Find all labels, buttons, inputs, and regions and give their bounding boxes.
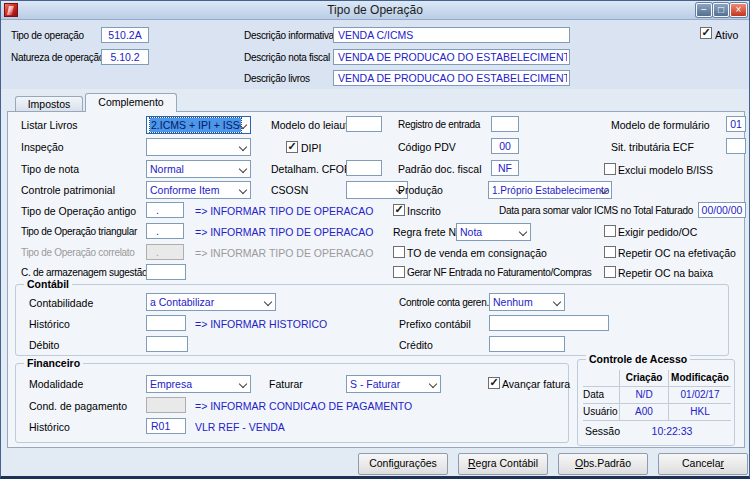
tab-complemento[interactable]: Complemento — [85, 93, 177, 112]
descricao-informativa-input[interactable] — [333, 27, 570, 43]
repetir-oc-baixa-checkbox[interactable] — [604, 266, 616, 278]
faturar-combo[interactable]: S - Faturar — [346, 375, 441, 393]
padrao-doc-fiscal-input[interactable] — [491, 160, 519, 176]
inspecao-label: Inspeção — [21, 141, 64, 153]
sit-tributaria-ecf-input[interactable] — [726, 138, 746, 154]
close-button[interactable]: × — [730, 3, 747, 17]
cond-pagamento-input — [146, 397, 186, 413]
obs-padrao-button[interactable]: Obs.Padrão — [558, 453, 648, 475]
gerar-nf-entrada-checkbox[interactable] — [393, 266, 405, 278]
cond-pagamento-hint: => INFORMAR CONDICAO DE PAGAMENTO — [195, 400, 412, 412]
dipi-checkbox[interactable] — [286, 141, 298, 153]
tipo-operacao-triangular-input[interactable] — [146, 223, 184, 239]
configuracoes-button[interactable]: Configurações — [358, 453, 448, 475]
contabil-group: Contábil — [15, 284, 729, 356]
data-label: Data — [583, 387, 619, 403]
tipo-operacao-input[interactable] — [101, 27, 149, 43]
modalidade-combo[interactable]: Empresa — [146, 375, 251, 393]
tipo-operacao-antigo-hint: => INFORMAR TIPO DE OPERACAO — [195, 205, 373, 217]
modelo-leiaute-input[interactable] — [346, 116, 382, 132]
contabilidade-combo[interactable]: a Contabilizar — [146, 293, 276, 311]
header-blank-cell — [583, 370, 619, 386]
debito-input[interactable] — [146, 336, 188, 352]
tipo-operacao-correlato-label: Tipo de Operação correlato — [21, 247, 135, 258]
gerar-nf-entrada-label: Gerar NF Entrada no Faturamento/Compras — [407, 267, 592, 278]
financeiro-historico-input[interactable] — [146, 418, 186, 434]
tipo-operacao-antigo-input[interactable] — [146, 202, 184, 218]
avancar-fatura-checkbox[interactable] — [488, 377, 500, 389]
natureza-operacao-input[interactable] — [101, 49, 149, 65]
chevron-down-icon — [264, 298, 272, 306]
maximize-button[interactable]: □ — [713, 3, 729, 17]
tipo-operacao-triangular-label: Tipo de Operação triangular — [21, 226, 137, 237]
header-criacao: Criação — [619, 370, 668, 386]
descricao-informativa-label: Descrição informativa — [244, 30, 334, 41]
cancelar-button[interactable]: Cancelar — [658, 453, 748, 475]
tipo-nota-combo[interactable]: Normal — [146, 160, 251, 178]
inscrito-label: Inscrito — [407, 205, 441, 217]
data-somar-icms-label: Data para somar valor ICMS no Total Fatu… — [499, 205, 693, 216]
descricao-nota-fiscal-input[interactable] — [333, 49, 570, 65]
controle-patrimonial-value: Conforme Item — [150, 184, 219, 196]
controle-acesso-table: Criação Modificação Data N/D 01/02/17 Us… — [583, 370, 731, 421]
listar-livros-combo[interactable]: 2.ICMS + IPI + ISS — [146, 116, 251, 134]
listar-livros-value: 2.ICMS + IPI + ISS — [150, 118, 241, 132]
tipo-de-operacao-dialog: Tipo de Operação − □ × Tipo de operação … — [0, 0, 750, 479]
dipi-label: DIPI — [301, 142, 321, 154]
usuario-criacao-value: A00 — [619, 404, 668, 420]
to-venda-consignacao-checkbox[interactable] — [393, 246, 405, 258]
exigir-pedido-oc-label: Exigir pedido/OC — [618, 226, 697, 238]
prefixo-contabil-input[interactable] — [489, 315, 609, 331]
modelo-leiaute-label: Modelo do leiaute — [271, 119, 354, 131]
c-armazenagem-label: C. de armazenagem sugestão — [21, 267, 147, 278]
debito-label: Débito — [29, 339, 59, 351]
faturar-label: Faturar — [269, 378, 303, 390]
contabil-historico-hint: => INFORMAR HISTORICO — [195, 318, 327, 330]
natureza-operacao-label: Natureza de operação — [11, 52, 104, 63]
tab-impostos[interactable]: Impostos — [15, 96, 83, 111]
financeiro-group-title: Financeiro — [24, 357, 83, 369]
table-row-data: Data N/D 01/02/17 — [583, 387, 731, 404]
usuario-label: Usuário — [583, 404, 619, 420]
producao-combo[interactable]: 1.Próprio Estabelecimento — [488, 181, 612, 199]
regra-frete-nfe-combo[interactable]: Nota — [456, 223, 531, 241]
avancar-fatura-label: Avançar fatura — [502, 378, 570, 390]
inspecao-combo[interactable] — [146, 138, 251, 156]
sessao-value: 10:22:33 — [619, 425, 725, 437]
detalham-cfop-label: Detalham. CFOP — [271, 163, 351, 175]
detalham-cfop-input[interactable] — [346, 160, 382, 176]
exigir-pedido-oc-checkbox[interactable] — [604, 225, 616, 237]
codigo-pdv-label: Código PDV — [398, 141, 456, 153]
repetir-oc-efetivacao-checkbox[interactable] — [604, 246, 616, 258]
modelo-formulario-label: Modelo de formulário — [611, 119, 710, 131]
codigo-pdv-input[interactable] — [491, 138, 519, 154]
cond-pagamento-label: Cond. de pagamento — [29, 400, 127, 412]
window-title: Tipo de Operação — [1, 3, 749, 17]
regra-contabil-button[interactable]: Regra Contábil — [458, 453, 548, 475]
producao-value: 1.Próprio Estabelecimento — [492, 185, 609, 196]
controle-patrimonial-label: Controle patrimonial — [21, 184, 115, 196]
exclui-modelo-biss-checkbox[interactable] — [604, 163, 616, 175]
minimize-button[interactable]: − — [696, 3, 712, 17]
tipo-operacao-antigo-label: Tipo de Operação antigo — [21, 205, 136, 217]
inscrito-checkbox[interactable] — [393, 204, 405, 216]
controle-acesso-group-title: Controle de Acesso — [586, 353, 690, 365]
repetir-oc-efetivacao-label: Repetir OC na efetivação — [618, 247, 736, 259]
descricao-nota-fiscal-label: Descrição nota fiscal — [244, 52, 330, 63]
chevron-down-icon — [239, 380, 247, 388]
c-armazenagem-input[interactable] — [146, 264, 186, 280]
contabilidade-value: a Contabilizar — [150, 296, 214, 308]
contabil-historico-input[interactable] — [146, 315, 186, 331]
faturar-value: S - Faturar — [350, 378, 400, 390]
prefixo-contabil-label: Prefixo contábil — [399, 318, 471, 330]
descricao-livros-input[interactable] — [333, 70, 570, 86]
chevron-down-icon — [553, 298, 561, 306]
data-somar-icms-input[interactable] — [698, 202, 746, 218]
controle-patrimonial-combo[interactable]: Conforme Item — [146, 181, 251, 199]
controle-conta-geren-combo[interactable]: Nenhum — [489, 293, 565, 311]
contabil-group-title: Contábil — [24, 278, 72, 290]
registro-entrada-input[interactable] — [491, 116, 519, 132]
modelo-formulario-input[interactable] — [726, 116, 746, 132]
ativo-checkbox[interactable] — [700, 27, 712, 39]
credito-input[interactable] — [489, 336, 565, 352]
